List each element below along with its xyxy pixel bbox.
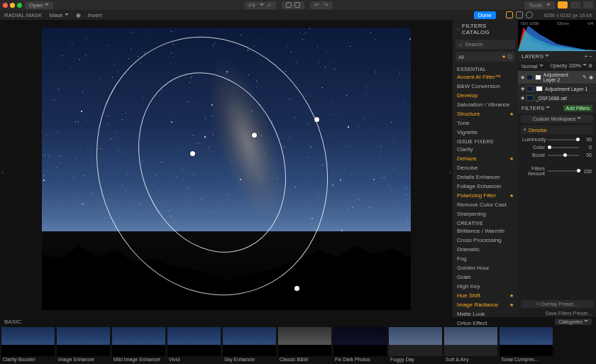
mask-handle-right[interactable] <box>314 117 319 122</box>
image-canvas[interactable] <box>42 28 411 310</box>
help-icon[interactable] <box>526 11 533 18</box>
catalog-filter-item[interactable]: Remove Color Cast <box>453 200 518 209</box>
collapse-catalog-icon[interactable]: ‹ <box>457 26 459 33</box>
slider-value: 90 <box>582 137 592 142</box>
filter-slider[interactable]: Luminosity90 <box>518 136 596 143</box>
preset-thumb[interactable]: Classic B&W <box>278 327 331 363</box>
eye-icon[interactable]: ◉ <box>589 75 593 80</box>
catalog-filter-item[interactable]: Brilliance / Warmth <box>453 226 518 236</box>
catalog-filter-item[interactable]: Saturation / Vibrance <box>453 100 518 109</box>
opacity-value[interactable]: 100% <box>568 63 587 68</box>
window-titlebar: Open Fit⤢ ↶ ↷ Tools <box>0 0 596 10</box>
visibility-icon[interactable]: ◈ <box>521 86 524 92</box>
preset-thumb[interactable]: Clarity Booster <box>1 327 55 363</box>
brush-icon[interactable]: ✎ <box>583 75 587 80</box>
preset-thumb[interactable]: Foggy Day <box>389 327 442 363</box>
zoom-window-icon[interactable] <box>17 3 22 8</box>
catalog-filter-item[interactable]: Develop <box>453 91 518 100</box>
info-toggle-icon[interactable] <box>516 11 523 18</box>
catalog-filter-item[interactable]: Denoise <box>453 163 518 172</box>
invert-button[interactable]: Invert <box>88 12 102 18</box>
preset-thumb[interactable]: Vivid <box>167 327 221 363</box>
catalog-filter-item[interactable]: Cross Processing <box>453 236 518 245</box>
catalog-search[interactable]: ⌕ Search <box>456 40 515 49</box>
add-filters-button[interactable]: Add Filters <box>563 105 592 111</box>
save-preset-button[interactable]: Save Filters Preset… <box>518 309 596 317</box>
catalog-filter-item[interactable]: Structure★ <box>453 109 518 118</box>
visibility-icon[interactable]: ◈ <box>521 75 524 80</box>
compare-toggle[interactable] <box>282 1 304 9</box>
catalog-filter-item[interactable]: High Key <box>453 282 518 291</box>
catalog-category-selector[interactable]: All ★ ⓘ <box>456 52 515 62</box>
histogram[interactable]: ISO 1000 53mm -04 <box>518 20 596 51</box>
catalog-filter-item[interactable]: Details Enhancer <box>453 172 518 182</box>
histogram-toggle-icon[interactable] <box>506 11 513 18</box>
catalog-filter-item[interactable]: B&W Conversion <box>453 82 518 91</box>
filters-header[interactable]: FILTERS <box>522 105 550 111</box>
preset-thumb[interactable]: Mild Image Enhancer <box>112 327 165 363</box>
catalog-section-header: ESSENTIAL <box>453 65 518 72</box>
filter-group-denoise[interactable]: ▾ Denoise <box>521 126 593 134</box>
preset-thumb[interactable]: Soft & Airy <box>444 327 497 363</box>
mask-handle-bottom[interactable] <box>294 286 299 291</box>
info-icon[interactable]: ⓘ <box>507 54 512 59</box>
layer-settings-icon[interactable]: ⚙ <box>588 63 592 68</box>
search-icon: ⌕ <box>459 41 463 48</box>
catalog-filter-item[interactable]: Tone <box>453 118 518 128</box>
catalog-filter-item[interactable]: Dramatic <box>453 245 518 254</box>
favorite-icon: ★ <box>509 302 514 308</box>
layer-thumb <box>526 86 534 92</box>
catalog-filter-item[interactable]: Grain <box>453 272 518 282</box>
add-layer-icon[interactable]: + <box>584 53 587 60</box>
catalog-filter-item[interactable]: Polarizing Filter★ <box>453 191 518 200</box>
visibility-icon[interactable]: ◈ <box>521 95 524 101</box>
panel-toggle-icon[interactable] <box>558 1 568 9</box>
mask-center-handle[interactable] <box>252 133 257 138</box>
tools-menu[interactable]: Tools <box>524 1 555 9</box>
catalog-filter-item[interactable]: Golden Hour <box>453 263 518 272</box>
catalog-filter-item[interactable]: Fog <box>453 254 518 263</box>
catalog-filter-item[interactable]: Foliage Enhancer <box>453 182 518 191</box>
close-window-icon[interactable] <box>3 3 8 8</box>
preset-thumb[interactable]: Image Enhancer <box>57 327 110 363</box>
open-menu[interactable]: Open <box>25 1 53 9</box>
undo-redo[interactable]: ↶ ↷ <box>310 1 333 9</box>
catalog-filter-item[interactable]: Image Radiance★ <box>453 300 518 309</box>
preset-thumb[interactable]: Fix Dark Photos <box>333 327 387 363</box>
layer-row[interactable]: ◈_DSF1686.raf <box>518 94 596 102</box>
layer-name: _DSF1686.raf <box>536 96 567 101</box>
mask-dropdown[interactable]: Mask <box>50 12 69 18</box>
layer-row[interactable]: ◈Adjustment Layer 2✎◉ <box>518 71 596 84</box>
presets-categories-dropdown[interactable]: Categories <box>555 319 592 325</box>
panel-toggle-2-icon[interactable] <box>570 1 580 9</box>
collapse-left-icon[interactable]: ‹ <box>1 169 4 176</box>
filter-slider[interactable]: Boost50 <box>518 151 596 159</box>
collapse-right-icon[interactable]: › <box>449 169 451 176</box>
favorite-filter-icon[interactable]: ★ <box>502 54 506 59</box>
done-button[interactable]: Done <box>474 11 496 19</box>
mask-visibility-icon[interactable]: ◉ <box>76 12 81 18</box>
catalog-filter-item[interactable]: Vignette <box>453 128 518 137</box>
minimize-window-icon[interactable] <box>10 3 15 8</box>
preset-thumb[interactable]: Tonal Compres… <box>500 327 553 363</box>
layer-row[interactable]: ◈Adjustment Layer 1 <box>518 84 596 93</box>
blend-mode-dropdown[interactable]: Normal <box>522 64 543 69</box>
share-icon[interactable] <box>583 1 593 9</box>
catalog-filter-item[interactable]: Clarity <box>453 145 518 154</box>
mask-handle-left[interactable] <box>190 151 195 156</box>
overlay-preset-button[interactable]: + Overlay Preset… <box>521 300 593 308</box>
layers-header[interactable]: LAYERS <box>522 53 549 60</box>
preset-label: Mild Image Enhancer <box>112 356 165 363</box>
amount-value: 100 <box>582 169 592 174</box>
filter-slider[interactable]: Color0 <box>518 143 596 151</box>
catalog-filter-item[interactable]: Hue Shift★ <box>453 291 518 300</box>
delete-layer-icon[interactable]: − <box>589 53 592 60</box>
preset-thumb[interactable]: Sky Enhancer <box>223 327 276 363</box>
catalog-filter-item[interactable]: Dehaze★ <box>453 154 518 163</box>
catalog-filter-item[interactable]: Accent AI Filter™ <box>453 72 518 82</box>
zoom-dropdown[interactable]: Fit⤢ <box>245 1 276 9</box>
filters-amount-slider[interactable]: Filters Amount 100 <box>518 165 596 177</box>
opacity-label: Opacity <box>550 63 567 68</box>
catalog-filter-item[interactable]: Sharpening <box>453 209 518 219</box>
workspace-dropdown[interactable]: Custom Workspace <box>521 115 593 123</box>
